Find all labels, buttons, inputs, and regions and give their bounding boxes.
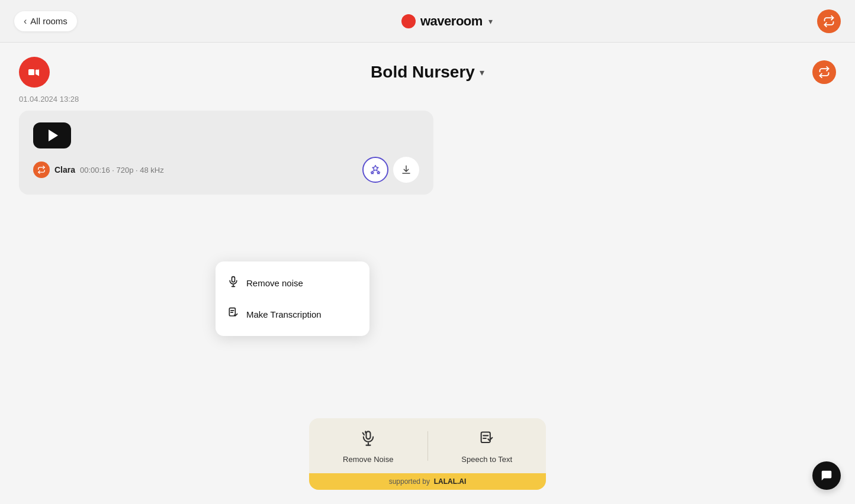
speech-to-text-icon <box>478 430 495 450</box>
speech-to-text-label: Speech to Text <box>461 455 512 464</box>
bottom-panel-main: Remove Noise Speech to Text <box>309 418 546 473</box>
make-transcription-item[interactable]: Make Transcription <box>216 299 369 330</box>
recording-card: Clara 00:00:16 · 720p · 48 kHz <box>19 111 433 195</box>
bottom-panel: Remove Noise Speech to Text supported by… <box>309 418 546 490</box>
chat-button[interactable] <box>812 461 841 490</box>
svg-point-1 <box>37 67 39 70</box>
remove-noise-panel-item[interactable]: Remove Noise <box>309 418 427 473</box>
room-title: Bold Nursery <box>371 63 475 82</box>
main-content: Bold Nursery ▾ 01.04.2024 13:28 Clara 00 <box>0 43 855 504</box>
remove-noise-panel-label: Remove Noise <box>343 455 393 464</box>
recording-timestamp: 01.04.2024 13:28 <box>19 95 836 104</box>
microphone-icon <box>227 276 239 290</box>
back-button[interactable]: ‹ All rooms <box>14 11 77 31</box>
footer-brand: LALAL.AI <box>434 477 467 486</box>
footer-supported-text: supported by <box>389 477 430 486</box>
room-title-area: Bold Nursery ▾ <box>371 63 484 82</box>
back-label: All rooms <box>30 16 68 26</box>
top-nav: ‹ All rooms waveroom ▾ <box>0 0 855 43</box>
svg-rect-0 <box>28 69 34 75</box>
play-button[interactable] <box>33 122 71 148</box>
transcription-icon <box>227 307 239 322</box>
speech-to-text-panel-item[interactable]: Speech to Text <box>428 418 547 473</box>
logo-dot-icon <box>401 14 416 28</box>
back-arrow-icon: ‹ <box>24 16 27 27</box>
logo-text: waveroom <box>420 14 483 29</box>
recording-info-row: Clara 00:00:16 · 720p · 48 kHz <box>33 157 419 183</box>
room-header: Bold Nursery ▾ <box>19 57 836 88</box>
room-avatar[interactable] <box>812 60 836 84</box>
play-icon <box>49 130 58 141</box>
logo-chevron-icon: ▾ <box>488 17 493 26</box>
download-button[interactable] <box>393 157 419 183</box>
nav-avatar[interactable] <box>817 9 841 33</box>
remove-noise-item[interactable]: Remove noise <box>216 267 369 299</box>
user-avatar <box>33 161 50 178</box>
room-record-button[interactable] <box>19 57 50 88</box>
bottom-panel-footer: supported by LALAL.AI <box>309 473 546 490</box>
svg-line-11 <box>362 433 364 435</box>
remove-noise-label: Remove noise <box>246 278 303 288</box>
enhance-button[interactable] <box>362 157 388 183</box>
user-name: Clara <box>54 165 75 175</box>
room-title-chevron-icon: ▾ <box>480 67 484 78</box>
recording-actions <box>362 157 419 183</box>
recording-meta: Clara 00:00:16 · 720p · 48 kHz <box>33 161 164 178</box>
make-transcription-label: Make Transcription <box>246 309 322 319</box>
logo-area: waveroom ▾ <box>401 14 493 29</box>
svg-rect-8 <box>366 431 370 439</box>
svg-rect-13 <box>481 432 490 443</box>
recording-details: 00:00:16 · 720p · 48 kHz <box>80 166 164 175</box>
dropdown-menu: Remove noise Make Transcription <box>216 261 369 336</box>
remove-noise-panel-icon <box>360 430 377 450</box>
svg-rect-2 <box>232 277 235 282</box>
